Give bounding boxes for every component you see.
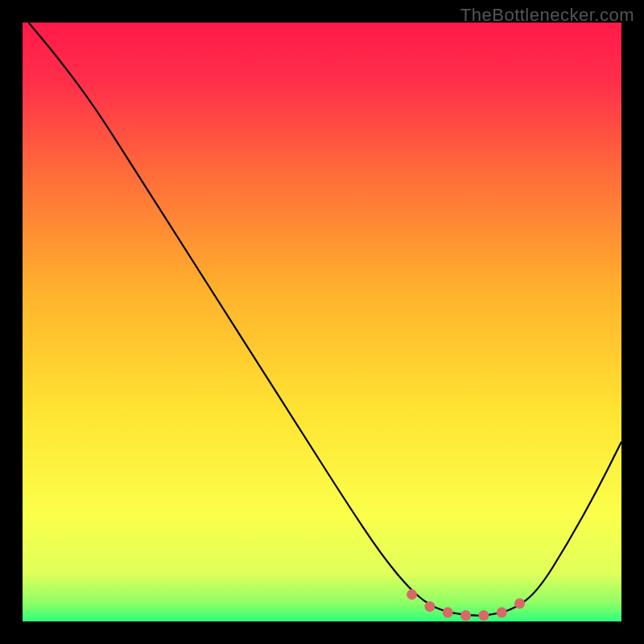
marker-point bbox=[497, 607, 507, 617]
marker-point bbox=[424, 601, 435, 612]
plot-area bbox=[23, 23, 621, 621]
marker-point bbox=[478, 610, 489, 621]
curve-overlay bbox=[23, 23, 621, 621]
watermark-text: TheBottlenecker.com bbox=[460, 5, 634, 26]
marker-point bbox=[443, 607, 453, 617]
curve-markers bbox=[407, 589, 525, 621]
chart-container: TheBottlenecker.com bbox=[0, 0, 644, 644]
marker-point bbox=[460, 610, 471, 621]
marker-point bbox=[514, 598, 525, 609]
marker-point bbox=[407, 589, 417, 600]
bottleneck-curve bbox=[28, 23, 621, 616]
